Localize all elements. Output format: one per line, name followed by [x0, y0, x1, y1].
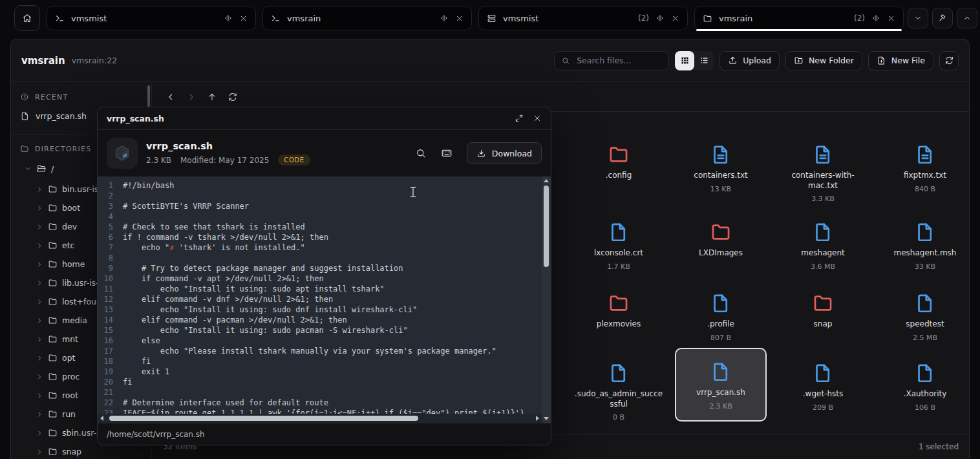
file-item-snap[interactable]: snap: [777, 286, 869, 356]
tools-button[interactable]: [932, 8, 953, 28]
code-line-21: 21: [101, 387, 542, 398]
line-number: 3: [101, 201, 113, 211]
folder-icon: [48, 240, 58, 250]
file-item-vrrp_scan.sh[interactable]: vrrp_scan.sh2.3 KB: [675, 348, 767, 422]
file-size: 106 B: [915, 403, 935, 412]
expand-button[interactable]: [515, 114, 524, 123]
file-name: lxconsole.crt: [594, 248, 643, 259]
chevright-icon: [36, 298, 43, 306]
refresh-button[interactable]: [939, 51, 959, 70]
code-line-2: 2: [101, 191, 542, 201]
search-in-file-button[interactable]: [415, 147, 427, 159]
folder-icon: [710, 221, 732, 243]
tab-close-button[interactable]: [671, 14, 679, 23]
horizontal-scrollbar[interactable]: [98, 414, 542, 423]
file-size: 840 B: [915, 185, 935, 193]
file-item-meshagent[interactable]: meshagent3.6 MB: [777, 215, 869, 286]
file-name: .Xauthority: [904, 389, 947, 400]
tab-vmsrain-1[interactable]: vmsrain: [262, 6, 472, 30]
tab-close-button[interactable]: [455, 14, 463, 23]
recent-section-header: RECENT: [11, 83, 151, 106]
keyboard-shortcuts-button[interactable]: [441, 147, 453, 159]
chevright-icon: [36, 317, 43, 325]
file-item-plexmovies[interactable]: plexmovies: [573, 286, 665, 356]
vertical-scroll-thumb[interactable]: [544, 186, 549, 267]
ibeam-icon: [410, 186, 416, 198]
grid-view-button[interactable]: [675, 51, 694, 70]
line-number: 8: [101, 253, 113, 263]
new-folder-button[interactable]: New Folder: [785, 51, 862, 70]
tab-vmsmist-2[interactable]: vmsmist(2): [478, 6, 688, 30]
back-button[interactable]: [164, 90, 178, 104]
sidebar-scrollbar[interactable]: [147, 85, 150, 107]
tab-split-button[interactable]: [655, 14, 665, 23]
file-grid: .configcontainers.txt13 KBcontainers-wit…: [568, 137, 970, 422]
vertical-scrollbar[interactable]: [542, 176, 551, 423]
file-item-meshagent.msh[interactable]: meshagent.msh33 KB: [879, 215, 970, 286]
up-button[interactable]: [205, 90, 219, 104]
scroll-right-arrow[interactable]: [536, 416, 539, 421]
file-item-.Xauthority[interactable]: .Xauthority106 B: [879, 356, 970, 422]
tab-close-button[interactable]: [887, 14, 895, 23]
search-input[interactable]: [575, 55, 662, 66]
forward-button[interactable]: [184, 90, 198, 104]
file-item-containers-with-mac.txt[interactable]: containers-with-mac.txt3.3 KB: [777, 137, 869, 215]
file-size: 3.3 KB: [811, 195, 835, 203]
scroll-up-arrow[interactable]: [544, 179, 549, 182]
code-line-6: 6if ! command -v tshark >/dev/null 2>&1;…: [101, 232, 542, 242]
chevright-icon: [36, 392, 43, 400]
red-x-icon: ✗: [169, 243, 174, 252]
upload-button[interactable]: Upload: [719, 51, 780, 70]
refresh-nav-button[interactable]: [226, 90, 240, 104]
line-text: echo "✗ 'tshark' is not installed.": [123, 242, 305, 253]
panel-up-button[interactable]: [957, 8, 977, 28]
home-icon: [22, 13, 32, 23]
file-item-.config[interactable]: .config: [573, 137, 665, 215]
line-text: IFACE=$(ip route get 1.1.1.1 | awk '{for…: [123, 408, 524, 414]
tab-split-button[interactable]: [224, 14, 233, 23]
horizontal-scroll-thumb[interactable]: [109, 416, 418, 421]
modal-file-info: vrrp_scan.sh 2.3 KB Modified: May 17 202…: [98, 130, 551, 176]
panel-down-button[interactable]: [908, 8, 928, 28]
tab-split-button[interactable]: [440, 14, 449, 23]
file-item-.profile[interactable]: .profile807 B: [675, 286, 767, 356]
new-file-button[interactable]: New File: [868, 51, 933, 70]
file-icon-wrap: [812, 221, 834, 243]
file-item-lxconsole.crt[interactable]: lxconsole.crt1.7 KB: [573, 215, 665, 286]
file-item-LXDImages[interactable]: LXDImages: [675, 215, 767, 286]
code-line-20: 20fi: [101, 377, 542, 387]
tab-close-button[interactable]: [239, 14, 248, 23]
dir-label: media: [62, 315, 87, 325]
search-icon: [415, 147, 427, 159]
chevright-icon: [36, 279, 43, 287]
line-text: # Try to detect package manager and sugg…: [123, 263, 403, 273]
chevright-icon: [36, 411, 43, 418]
file-item-containers.txt[interactable]: containers.txt13 KB: [675, 137, 767, 215]
tab-split-button[interactable]: [871, 14, 880, 23]
close-button[interactable]: [533, 114, 542, 123]
tab-vmsmist-0[interactable]: vmsmist: [47, 6, 256, 30]
new-file-icon: [877, 56, 886, 65]
list-view-button[interactable]: [694, 51, 714, 70]
file-path: /home/scott/vrrp_scan.sh: [107, 430, 205, 439]
file-item-.wget-hsts[interactable]: .wget-hsts209 B: [777, 356, 869, 422]
home-button[interactable]: [14, 5, 40, 31]
refresh-icon: [228, 92, 238, 102]
file-icon-wrap: [608, 362, 630, 384]
code-lines[interactable]: 1#!/bin/bash23# ScottiBYTE's VRRP Scanne…: [98, 176, 542, 414]
preview-modal: vrrp_scan.sh vrrp_scan.sh 2.3 KB Modifie…: [97, 107, 551, 445]
tab-vmsrain-3[interactable]: vmsrain(2): [694, 6, 904, 30]
folder-icon-wrap: [608, 144, 630, 165]
scroll-down-arrow[interactable]: [544, 417, 549, 420]
file-item-.sudo_as_admin_successful[interactable]: .sudo_as_admin_successful0 B: [573, 356, 665, 422]
line-number: 22: [101, 398, 113, 408]
file-item-speedtest[interactable]: speedtest2.5 MB: [879, 286, 970, 356]
file-size: 0 B: [613, 413, 624, 422]
close-icon: [455, 14, 463, 23]
modal-titlebar: vrrp_scan.sh: [98, 107, 551, 130]
download-button[interactable]: Download: [467, 142, 542, 164]
line-number: 9: [101, 263, 113, 273]
file-item-fixptmx.txt[interactable]: fixptmx.txt840 B: [879, 137, 970, 215]
chevright-icon: [36, 223, 43, 231]
scroll-left-arrow[interactable]: [100, 416, 103, 421]
